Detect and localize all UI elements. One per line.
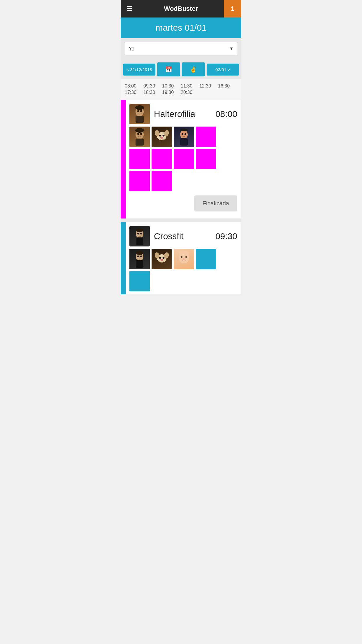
time-slot[interactable]: 08:00 [125, 83, 139, 89]
class-time: 09:30 [215, 231, 237, 241]
next-date-button[interactable]: 02/01 > [207, 64, 239, 76]
svg-rect-6 [136, 139, 144, 146]
prev-date-button[interactable]: < 31/12/2018 [123, 64, 155, 76]
class-name: Halterofilia [150, 109, 215, 119]
participant-cell[interactable] [152, 171, 172, 191]
time-slot[interactable]: 12:30 [199, 83, 213, 89]
svg-point-3 [140, 110, 142, 112]
time-slot[interactable]: 10:30 [162, 83, 176, 89]
participant-grid [121, 249, 241, 291]
svg-point-39 [183, 258, 185, 260]
svg-point-23 [140, 233, 142, 235]
class-card-halterofilia: Halterofilia08:00 [121, 100, 241, 218]
time-slot[interactable]: 19:30 [162, 90, 176, 95]
svg-point-14 [163, 135, 165, 136]
calendar-icon: 📅 [165, 66, 172, 73]
svg-rect-21 [136, 237, 143, 245]
participant-cell[interactable] [129, 171, 150, 191]
participant-cell[interactable] [174, 149, 194, 169]
svg-point-13 [159, 135, 161, 136]
class-time: 08:00 [215, 109, 237, 119]
participant-grid [121, 127, 241, 191]
svg-rect-26 [136, 260, 143, 268]
user-dropdown-container: Yo ▼ [121, 38, 241, 60]
date-banner: martes 01/01 [121, 18, 241, 38]
participant-cell[interactable] [129, 271, 150, 291]
time-slot[interactable]: 16:30 [218, 83, 232, 89]
participant-cell[interactable] [152, 249, 172, 269]
time-slot[interactable]: 11:30 [181, 83, 195, 89]
notification-badge[interactable]: 1 [224, 0, 241, 18]
time-slot[interactable]: 17:30 [125, 90, 139, 95]
class-cards-container: Halterofilia08:00 [121, 100, 241, 294]
svg-point-16 [180, 130, 188, 139]
class-header: Crossfit09:30 [121, 222, 241, 249]
time-slot[interactable]: 09:30 [143, 83, 157, 89]
svg-point-33 [159, 257, 161, 259]
participant-cell[interactable] [152, 127, 172, 147]
hamburger-icon: ☰ [126, 6, 132, 12]
user-dropdown[interactable]: Yo [124, 42, 238, 55]
svg-point-9 [135, 128, 144, 133]
svg-rect-17 [180, 138, 188, 146]
participant-cell[interactable] [152, 149, 172, 169]
finalizada-button[interactable]: Finalizada [194, 195, 237, 211]
svg-point-8 [140, 133, 142, 135]
date-navigation: < 31/12/2018 📅 ✌ 02/01 > [121, 60, 241, 79]
svg-point-35 [160, 259, 163, 261]
class-color-bar [121, 222, 126, 294]
svg-point-38 [185, 256, 187, 258]
svg-point-22 [137, 233, 139, 235]
calendar-button[interactable]: 📅 [157, 62, 180, 76]
svg-rect-1 [136, 116, 144, 123]
svg-point-19 [184, 133, 186, 135]
peace-button[interactable]: ✌ [182, 62, 205, 76]
time-slot[interactable]: 20:30 [181, 90, 195, 95]
svg-point-15 [160, 137, 163, 139]
svg-point-37 [181, 256, 182, 258]
menu-button[interactable]: ☰ [121, 0, 138, 18]
app-title: WodBuster [138, 5, 224, 13]
svg-point-27 [137, 256, 139, 257]
class-status-container: Finalizada [121, 191, 241, 216]
instructor-avatar [129, 226, 150, 246]
card-separator [121, 218, 241, 222]
time-slots-container: 08:0009:3010:3011:3012:3016:3017:3018:30… [121, 79, 241, 100]
participant-cell[interactable] [174, 249, 194, 269]
svg-point-28 [140, 256, 142, 257]
app-header: ☰ WodBuster 1 [121, 0, 241, 18]
participant-cell[interactable] [196, 249, 216, 269]
svg-point-2 [137, 110, 139, 112]
participant-cell[interactable] [196, 127, 216, 147]
instructor-avatar [129, 104, 150, 124]
time-slot[interactable]: 18:30 [143, 90, 157, 95]
svg-point-7 [137, 133, 139, 135]
participant-cell[interactable] [129, 249, 150, 269]
svg-point-40 [179, 251, 189, 255]
class-header: Halterofilia08:00 [121, 100, 241, 127]
svg-point-34 [163, 257, 165, 259]
participant-cell[interactable] [174, 127, 194, 147]
peace-icon: ✌ [190, 66, 197, 73]
participant-cell[interactable] [129, 149, 150, 169]
participant-cell[interactable] [196, 149, 216, 169]
svg-point-24 [136, 228, 143, 232]
class-name: Crossfit [150, 231, 215, 241]
class-color-bar [121, 100, 126, 218]
svg-point-4 [135, 105, 144, 110]
svg-point-29 [136, 251, 143, 255]
svg-point-18 [182, 133, 183, 135]
class-card-crossfit: Crossfit09:30 [121, 222, 241, 294]
participant-cell[interactable] [129, 127, 150, 147]
